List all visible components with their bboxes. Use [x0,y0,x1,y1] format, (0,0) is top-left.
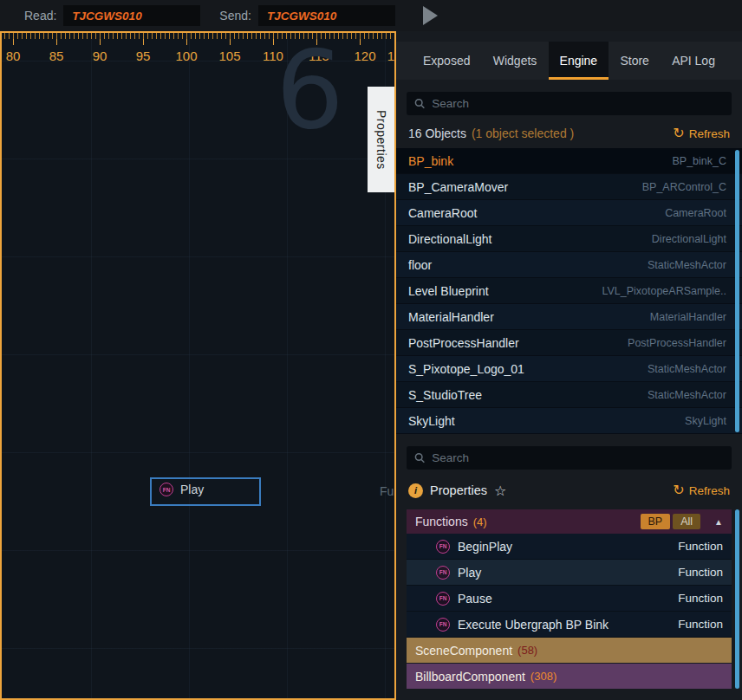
function-row[interactable]: FN Execute Ubergraph BP Bink Function [407,612,732,638]
read-input[interactable] [63,5,200,26]
properties-side-tab[interactable]: Properties [368,87,394,192]
object-row[interactable]: S_StudioTree StaticMeshActor [396,382,742,408]
refresh-label: Refresh [689,484,730,497]
object-type: MaterialHandler [650,311,726,323]
function-row[interactable]: FN Pause Function [407,586,732,612]
objects-header: 16 Objects (1 object selected ) ↻ Refres… [408,126,730,141]
filter-all-button[interactable]: All [673,514,700,529]
ruler-number: 95 [136,49,151,63]
filter-bp-button[interactable]: BP [641,514,671,529]
functions-count: (4) [473,515,487,528]
objects-scrollbar[interactable] [735,150,739,432]
tab-engine[interactable]: Engine [549,42,609,80]
functions-filter-toggle: BP All [641,514,701,529]
tab-widgets[interactable]: Widgets [482,42,549,80]
refresh-icon: ↻ [673,126,684,140]
background-digit: 6 [276,36,344,144]
object-row[interactable]: S_Pixotope_Logo_01 StaticMeshActor [396,356,742,382]
object-type: StaticMeshActor [648,389,726,401]
fn-icon: FN [436,618,450,632]
send-input[interactable] [258,5,395,26]
objects-refresh-button[interactable]: ↻ Refresh [673,126,730,140]
top-bar: Read: Send: [0,0,742,31]
function-type: Function [678,566,723,579]
tab-exposed[interactable]: Exposed [412,42,481,80]
object-name: DirectionalLight [408,232,492,246]
object-row[interactable]: Level Blueprint LVL_PixotopeARSample.. [396,278,742,304]
objects-selected-note: (1 object selected ) [472,126,574,140]
objects-count: 16 Objects [408,126,466,140]
object-name: S_Pixotope_Logo_01 [408,362,524,376]
function-name: Execute Ubergraph BP Bink [458,618,609,632]
object-row[interactable]: BP_CameraMover BP_ARControl_C [396,174,742,200]
node-label: Play [180,483,204,496]
refresh-icon: ↻ [673,483,684,497]
object-name: floor [408,258,432,272]
section-count: (308) [530,670,556,683]
properties-search-input[interactable] [432,451,724,464]
object-type: LVL_PixotopeARSample.. [602,285,726,297]
function-row[interactable]: FN BeginPlay Function [407,534,732,560]
object-type: BP_bink_C [672,155,726,167]
object-type: DirectionalLight [652,233,726,245]
tab-store[interactable]: Store [609,42,660,80]
object-type: CameraRoot [665,207,726,219]
properties-search[interactable] [407,446,732,470]
ruler-number: 100 [175,49,197,63]
fn-icon: FN [159,483,173,496]
properties-refresh-button[interactable]: ↻ Refresh [673,483,730,497]
functions-section: Functions (4) BP All ▲ FN BeginPlay Func… [407,509,732,638]
properties-title: Properties [430,483,487,497]
properties-scrollbar[interactable] [735,509,739,689]
object-type: StaticMeshActor [648,259,726,271]
object-name: CameraRoot [408,206,477,220]
object-name: Level Blueprint [408,284,489,298]
objects-search[interactable] [407,92,732,115]
billboard-component-section-header[interactable]: BillboardComponent (308) [407,664,732,689]
scene-component-section-header[interactable]: SceneComponent (58) [407,638,732,663]
object-name: BP_bink [408,154,453,168]
object-name: S_StudioTree [408,388,482,402]
fn-icon: FN [436,592,450,606]
ruler-number: 120 [354,49,375,63]
functions-section-header[interactable]: Functions (4) BP All ▲ [407,509,732,534]
object-row[interactable]: SkyLight SkyLight [396,408,742,434]
object-row[interactable]: floor StaticMeshActor [396,252,742,278]
ruler-number: 105 [218,49,240,63]
graph-viewport[interactable]: 80 85 90 95 100 105 110 115 120 1 6 Prop… [0,31,396,700]
send-label: Send: [219,9,251,23]
background-node-text: Fun [380,484,396,498]
chevron-up-icon[interactable]: ▲ [714,517,723,527]
properties-header: i Properties ☆ ↻ Refresh [408,482,730,499]
object-row[interactable]: MaterialHandler MaterialHandler [396,304,742,330]
object-row[interactable]: CameraRoot CameraRoot [396,200,742,226]
objects-list: BP_bink BP_bink_C BP_CameraMover BP_ARCo… [396,148,742,434]
info-icon: i [408,483,423,498]
object-name: PostProcessHandler [408,336,519,350]
object-type: BP_ARControl_C [642,181,726,193]
fn-icon: FN [436,566,450,580]
tab-api-log[interactable]: API Log [661,42,726,80]
section-title: BillboardComponent [415,670,525,684]
function-name: Pause [458,592,492,606]
object-name: MaterialHandler [408,310,494,324]
properties-side-tab-label: Properties [374,110,388,170]
play-icon[interactable] [423,6,438,25]
object-type: SkyLight [685,415,726,427]
object-type: StaticMeshActor [648,363,726,375]
section-title: SceneComponent [415,644,512,658]
search-icon [414,452,425,463]
object-row[interactable]: DirectionalLight DirectionalLight [396,226,742,252]
object-row[interactable]: BP_bink BP_bink_C [396,148,742,174]
functions-title: Functions [415,515,468,528]
function-type: Function [678,592,723,605]
star-icon[interactable]: ☆ [494,483,506,499]
function-row[interactable]: FN Play Function [407,560,732,586]
side-panel: Exposed Widgets Engine Store API Log 16 … [396,31,742,700]
panel-tab-bar: Exposed Widgets Engine Store API Log [396,42,742,80]
objects-search-input[interactable] [432,97,724,110]
ruler-number: 1 [387,49,394,63]
play-function-node[interactable]: FN Play [150,477,261,506]
function-name: Play [458,566,481,580]
object-row[interactable]: PostProcessHandler PostProcessHandler [396,330,742,356]
